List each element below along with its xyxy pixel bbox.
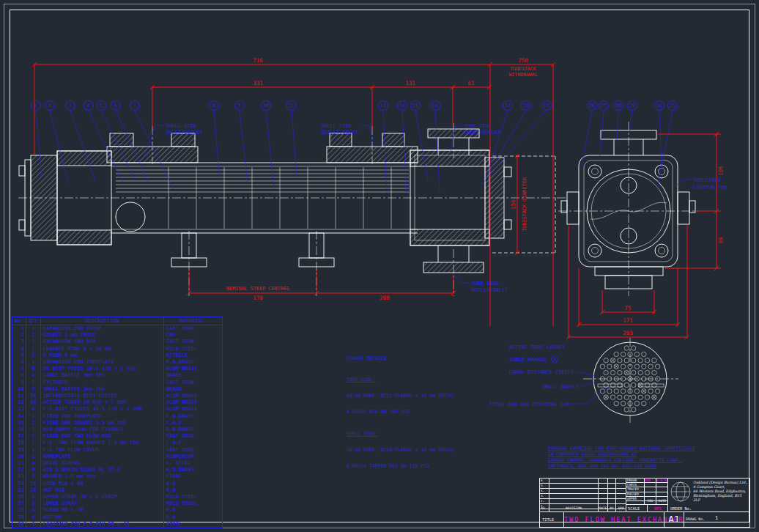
parts-cell: 2 <box>26 500 40 507</box>
sheet-size: A1 <box>664 512 684 527</box>
dim-withdrawal-length: 750 <box>518 57 528 64</box>
svg-text:2: 2 <box>48 103 51 108</box>
exercise-note-line: SMETHWICK, B66 3BU Tel No. 021-558 6000 <box>548 463 695 469</box>
parts-cell: FIXED END TUBEPLATE <box>40 413 163 420</box>
parts-row: 214DRIVE SCREWSS. STEEL <box>12 460 222 467</box>
parts-cell: FIBRE <box>163 473 219 480</box>
parts-cell: 10 <box>12 386 26 393</box>
parts-row: 91CYLINDERCAST IRON <box>12 380 222 386</box>
svg-text:5: 5 <box>100 103 103 108</box>
company-address: Oakland (Design Bureau) Ltd.,8 Compton C… <box>693 481 749 503</box>
parts-row: 201NAMEPLATEALUMINIUM <box>12 454 222 460</box>
tube-bundle <box>116 170 409 192</box>
parts-row: 41LEAKAGE RING 8 x 14 mmMILD STEEL <box>12 346 222 352</box>
parts-cell: R.N.BRASS <box>163 426 219 433</box>
dim-end-w1: 75 <box>624 305 631 311</box>
parts-cell: 2 <box>26 352 40 359</box>
svg-text:15: 15 <box>412 103 418 108</box>
col-no: No. <box>12 317 26 325</box>
parts-cell: 2 <box>12 332 26 339</box>
parts-cell: CAST IRON <box>163 447 219 454</box>
tube-inlet-label-1: TUBE SIDE <box>464 123 492 129</box>
parts-row: 181F.E. TWO FLOW GASKET 1.5 mm thkC.A.F. <box>12 440 222 446</box>
parts-row: 61EXPANSION END TUBEPLATER.N.BRASS <box>12 359 222 366</box>
parts-cell: 9 <box>26 467 40 473</box>
parts-cell: 23 <box>12 473 26 480</box>
svg-text:4: 4 <box>87 103 90 108</box>
tubes-marked-label: TUBES MARKED <box>509 357 547 363</box>
parts-cell: STEEL <box>163 521 219 528</box>
parts-list-body: 11EXPANSION END COVERCAST IRON21GASKET 1… <box>12 325 222 528</box>
revision-row: 4. <box>540 489 626 494</box>
parts-cell: M20 DUMMY PLUG FOR EYEBOLT <box>40 426 163 433</box>
withdrawal-label-line2: WITHDRAWAL <box>508 72 537 78</box>
dim-sub-a: 331 <box>253 80 263 86</box>
rev-col-date: DATE <box>598 505 607 512</box>
parts-cell: 9 <box>26 473 40 480</box>
parts-cell: LARGE BAFFLE 3mm thk <box>40 372 163 379</box>
parts-row: 141FIXED END TUBEPLATER.N.BRASS <box>12 413 222 420</box>
parts-cell: 1 <box>26 440 40 446</box>
parts-cell: 17 <box>12 433 26 440</box>
parts-cell: AIR & DRAIN PLUGS RL 37.4 <box>40 467 163 473</box>
company-globe-icon <box>670 479 692 504</box>
parts-cell: NAMEPLATE <box>40 454 163 460</box>
exercise-note-line: IN COMPUTER AIDED ENGINEERING AT <box>548 451 695 457</box>
parts-row: 11EXPANSION END COVERCAST IRON <box>12 325 222 332</box>
parts-cell: O RING 8 mm <box>40 352 163 359</box>
svg-text:14: 14 <box>399 103 405 108</box>
parts-cell: 1 <box>26 454 40 460</box>
svg-text:7: 7 <box>133 103 136 108</box>
svg-text:11: 11 <box>289 103 295 108</box>
carry-distance-label: CARRY DISTANCE PIECES. <box>509 369 577 375</box>
parts-cell: 1 <box>26 380 40 386</box>
balloon-27: 27 <box>599 101 609 157</box>
parts-cell: 8.8 <box>163 481 219 487</box>
tube-outlet-label-2: OUTLET/INLET <box>471 287 508 293</box>
shell-side-line1: 50 mm BORE, Ø150 FLANGE x 16 mm THICK, <box>347 448 456 453</box>
parts-row: 272LOWER STRAPMILD STEEL <box>12 500 222 507</box>
svg-text:19: 19 <box>544 103 549 108</box>
svg-text:17: 17 <box>505 103 511 108</box>
parts-cell: F.E.DIST PIECES 10.5 I/D x 1 thk <box>40 406 163 413</box>
drawg-no-label: DRAWG No. <box>686 517 705 521</box>
parts-cell: C.A.F. <box>163 440 219 446</box>
parts-cell: ALUM BRASS <box>163 406 219 413</box>
parts-cell: F.E. TWO FLOW GASKET 1.5 mm thk <box>40 440 163 446</box>
balloon-9: 9 <box>235 101 248 185</box>
parts-row: 229AIR & DRAIN PLUGS RL 37.4R.N.BRASS <box>12 467 222 473</box>
flange-details-title: FLANGE DETAILS <box>347 356 456 361</box>
parts-cell: 1 <box>26 346 40 352</box>
parts-cell: LEAKAGE RING 8 x 14 mm <box>40 346 163 352</box>
parts-cell: 14 <box>12 413 26 420</box>
svg-text:13: 13 <box>380 103 386 108</box>
parts-cell: 11 <box>12 393 26 399</box>
parts-cell: 21 <box>12 460 26 467</box>
dim-end-top: 106 <box>717 166 724 176</box>
parts-cell: 2 <box>26 420 40 426</box>
parts-cell: CYLINDER <box>40 380 163 386</box>
dim-overall-length: 716 <box>253 57 263 64</box>
parts-cell: 8 <box>12 372 26 379</box>
flange-details-note: FLANGE DETAILS TUBE SIDE: 40 mm BORE, Ø1… <box>347 345 456 475</box>
parts-cell: WASHER 1.5 mm thk <box>40 473 163 480</box>
shell-side-heading: SHELL SIDE: <box>347 432 456 437</box>
parts-cell: BRASS <box>163 372 219 379</box>
parts-cell: MILD STEEL <box>163 500 219 507</box>
parts-cell: EXPANSION END TUBEPLATE <box>40 359 163 366</box>
balloon-18: 18 <box>485 101 531 179</box>
col-material: MATERIAL <box>163 317 219 325</box>
locator-pin-label-2: LOCATOR PIN <box>693 185 727 191</box>
parts-cell: EXPANSION END COVER <box>40 325 163 332</box>
svg-text:24: 24 <box>656 103 662 108</box>
svg-text:29: 29 <box>629 103 635 108</box>
parts-cell: 22 <box>12 467 26 473</box>
parts-cell: 1 <box>12 325 26 332</box>
revision-header: No. REVISION DATE BY APP <box>540 505 626 512</box>
parts-cell: 8.8 <box>163 487 219 494</box>
title-label: TITLE <box>540 512 563 527</box>
cad-drawing-sheet: 716 750 TUBESTACK WITHDRAWAL 331 131 61 … <box>0 0 759 532</box>
parts-cell: LOWER STRAP <box>40 500 163 507</box>
balloon-15: 15 <box>411 101 429 181</box>
rev-col-revision: REVISION <box>549 505 598 512</box>
